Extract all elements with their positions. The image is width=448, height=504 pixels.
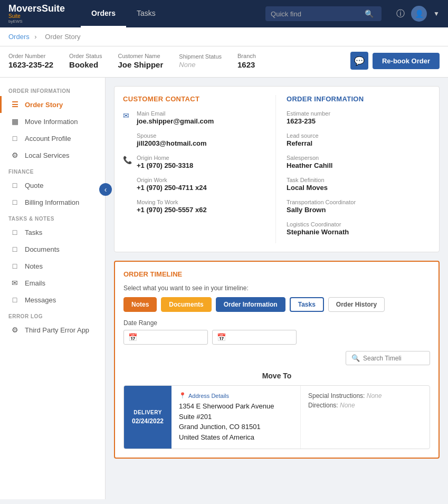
origin-home-value: +1 (970) 250-3318 — [137, 161, 193, 169]
breadcrumb-current: Order Story — [45, 33, 80, 41]
nav-tab-orders[interactable]: Orders — [81, 1, 126, 27]
moving-work-value: +1 (970) 250-5557 x62 — [137, 206, 207, 214]
transport-value: Sally Brown — [287, 206, 431, 214]
quick-find-bar[interactable]: 🔍 — [265, 6, 382, 21]
main-content: CUSTOMER CONTACT ✉ Main Email joe.shippe… — [106, 78, 448, 499]
quote-icon: □ — [10, 181, 20, 189]
sidebar-label-account-profile: Account Profile — [25, 135, 71, 142]
user-avatar[interactable]: 👤 — [411, 6, 427, 22]
salesperson-value: Heather Cahill — [287, 161, 431, 169]
sidebar-item-documents[interactable]: □ Documents — [0, 241, 105, 258]
order-status-label: Order Status — [69, 53, 102, 59]
shipment-status-field: Shipment Status None — [179, 53, 222, 69]
salesperson-row: Salesperson Heather Cahill — [287, 155, 431, 169]
estimate-label: Estimate number — [287, 110, 431, 117]
logo-movers-text: MoversSuite — [8, 4, 65, 13]
moving-work-row: 📞 Moving To Work +1 (970) 250-5557 x62 — [123, 199, 267, 214]
sidebar-label-documents: Documents — [25, 245, 60, 253]
sidebar-label-notes: Notes — [25, 262, 43, 270]
origin-home-row: 📞 Origin Home +1 (970) 250-3318 — [123, 155, 267, 169]
search-timeline-wrap: 🔍 — [123, 351, 430, 365]
moving-work-label: Moving To Work — [137, 199, 207, 205]
sidebar-label-error-app: Third Party Error App — [25, 326, 89, 334]
customer-contact-title: CUSTOMER CONTACT — [123, 95, 267, 103]
breadcrumb-orders[interactable]: Orders — [8, 33, 30, 41]
info-icon[interactable]: ⓘ — [396, 8, 405, 20]
sidebar-toggle[interactable]: ‹ — [99, 183, 112, 196]
main-layout: ‹ ORDER INFORMATION ☰ Order Story ▦ Move… — [0, 78, 448, 499]
sidebar-section-order: ORDER INFORMATION — [0, 83, 105, 96]
message-button[interactable]: 💬 — [350, 52, 368, 70]
delivery-info: 📍 Address Details 1354 E Sherwood Park A… — [171, 386, 301, 449]
address-title-text: Address Details — [188, 393, 229, 399]
order-info-panel: ORDER INFORMATION Estimate number 1623-2… — [275, 95, 431, 243]
chevron-down-icon[interactable]: ▼ — [433, 10, 440, 17]
order-info-title: ORDER INFORMATION — [287, 95, 431, 103]
lead-value: Referral — [287, 139, 431, 147]
task-def-label: Task Definition — [287, 177, 431, 183]
date-from-input[interactable]: 📅 — [123, 330, 208, 345]
filter-tasks-button[interactable]: Tasks — [290, 297, 324, 312]
logistics-label: Logistics Coordinator — [287, 221, 431, 227]
transport-label: Transportation Coordinator — [287, 199, 431, 205]
timeline-filters: Notes Documents Order Information Tasks … — [123, 297, 430, 312]
logistics-value: Stephanie Wornath — [287, 228, 431, 236]
delivery-special: Special Instructions: None Directions: N… — [301, 386, 430, 449]
delivery-badge-date: 02/24/2022 — [132, 417, 164, 425]
sidebar-item-billing[interactable]: □ Billing Information — [0, 194, 105, 211]
email-icon: ✉ — [123, 111, 131, 120]
sidebar-item-error-app[interactable]: ⚙ Third Party Error App — [0, 321, 105, 338]
sidebar-label-quote: Quote — [25, 182, 43, 189]
sidebar-label-local-services: Local Services — [25, 151, 70, 159]
sidebar-item-move-info[interactable]: ▦ Move Information — [0, 113, 105, 130]
customer-name-label: Customer Name — [118, 53, 163, 59]
sidebar-item-account-profile[interactable]: □ Account Profile — [0, 130, 105, 147]
search-timeline[interactable]: 🔍 — [346, 351, 430, 365]
special-instructions-row: Special Instructions: None — [308, 392, 422, 400]
rebook-order-button[interactable]: Re-book Order — [373, 53, 440, 69]
calendar-to-icon: 📅 — [217, 333, 226, 341]
header-icons: ⓘ 👤 ▼ — [396, 6, 440, 22]
origin-work-details: Origin Work +1 (970) 250-4711 x24 — [137, 177, 207, 192]
filter-documents-button[interactable]: Documents — [161, 297, 211, 312]
nav-tab-tasks[interactable]: Tasks — [126, 1, 166, 27]
sidebar-item-quote[interactable]: □ Quote — [0, 177, 105, 194]
order-number-field: Order Number 1623-235-22 — [8, 53, 53, 69]
sidebar-section-error: ERROR LOG — [0, 308, 105, 321]
lead-row: Lead source Referral — [287, 132, 431, 147]
directions-value: None — [340, 402, 355, 409]
sidebar-item-emails[interactable]: ✉ Emails — [0, 274, 105, 291]
search-timeline-input[interactable] — [363, 355, 421, 362]
date-range-label: Date Range — [123, 319, 430, 327]
salesperson-label: Salesperson — [287, 155, 431, 161]
spouse-value: jill2003@hotmail.com — [137, 139, 207, 147]
address-title: 📍 Address Details — [179, 392, 293, 399]
origin-work-row: 📞 Origin Work +1 (970) 250-4711 x24 — [123, 177, 267, 192]
filter-history-button[interactable]: Order History — [328, 297, 385, 312]
sidebar-item-notes[interactable]: □ Notes — [0, 258, 105, 274]
search-timeline-icon: 🔍 — [351, 354, 360, 362]
top-panels: CUSTOMER CONTACT ✉ Main Email joe.shippe… — [114, 86, 440, 252]
sidebar-item-local-services[interactable]: ⚙ Local Services — [0, 147, 105, 164]
sidebar-section-finance: FINANCE — [0, 164, 105, 177]
date-to-input[interactable]: 📅 — [212, 330, 297, 345]
sidebar-item-tasks[interactable]: □ Tasks — [0, 224, 105, 241]
spouse-label: Spouse — [137, 132, 207, 139]
notes-icon: □ — [10, 262, 20, 270]
task-def-value: Local Moves — [287, 184, 431, 192]
transport-row: Transportation Coordinator Sally Brown — [287, 199, 431, 214]
task-def-row: Task Definition Local Moves — [287, 177, 431, 192]
move-info-icon: ▦ — [10, 117, 20, 126]
filter-notes-button[interactable]: Notes — [123, 297, 157, 312]
main-email-label: Main Email — [137, 110, 214, 117]
sidebar-item-messages[interactable]: □ Messages — [0, 291, 105, 308]
search-input[interactable] — [271, 10, 360, 18]
filter-order-info-button[interactable]: Order Information — [216, 297, 285, 312]
action-buttons: 💬 Re-book Order — [350, 52, 440, 70]
main-nav: Orders Tasks — [81, 1, 166, 27]
search-icon[interactable]: 🔍 — [365, 9, 374, 18]
breadcrumb-separator: › — [34, 33, 36, 41]
order-number-label: Order Number — [8, 53, 53, 59]
timeline-title: ORDER TIMELINE — [123, 270, 430, 278]
sidebar-item-order-story[interactable]: ☰ Order Story — [0, 96, 105, 113]
